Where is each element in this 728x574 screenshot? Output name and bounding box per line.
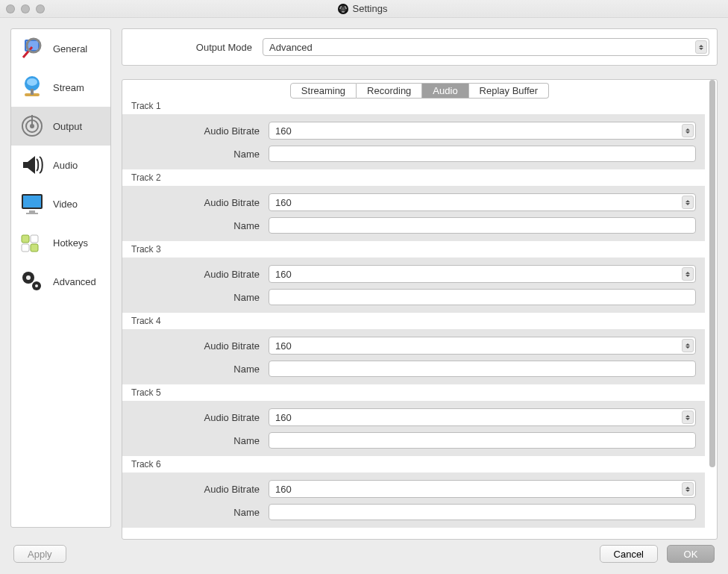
svg-point-4 — [27, 78, 37, 86]
output-tabs: Streaming Recording Audio Replay Buffer — [122, 83, 717, 99]
svg-rect-6 — [31, 89, 34, 95]
zoom-window-button[interactable] — [36, 4, 45, 13]
main-area: Output Mode Advanced Streaming Recording… — [122, 28, 718, 528]
sidebar-item-general[interactable]: General — [11, 29, 110, 68]
track-group: Track 5 Audio Bitrate 160 Name — [122, 386, 705, 456]
tab-recording[interactable]: Recording — [357, 83, 422, 99]
chevron-updown-icon — [682, 411, 694, 424]
output-panel: Streaming Recording Audio Replay Buffer … — [122, 79, 718, 540]
chevron-updown-icon — [695, 40, 707, 54]
track-name-label: Name — [131, 292, 263, 303]
output-mode-value: Advanced — [269, 42, 313, 53]
track-name-label: Name — [131, 435, 263, 446]
tab-audio[interactable]: Audio — [422, 83, 468, 99]
audio-tracks-scroll[interactable]: Track 1 Audio Bitrate 160 Name — [122, 99, 705, 539]
sidebar-item-label: Audio — [53, 160, 78, 171]
sidebar-item-audio[interactable]: Audio — [11, 146, 110, 184]
track-title: Track 2 — [122, 171, 705, 186]
ok-button[interactable]: OK — [667, 545, 715, 563]
svg-rect-12 — [29, 210, 35, 213]
chevron-updown-icon — [682, 124, 694, 137]
audio-bitrate-label: Audio Bitrate — [131, 269, 263, 280]
track-group: Track 6 Audio Bitrate 160 Name — [122, 458, 705, 528]
svg-point-21 — [35, 284, 38, 287]
sidebar-item-output[interactable]: Output — [11, 107, 110, 146]
titlebar: Settings — [0, 0, 728, 18]
hotkeys-icon — [19, 229, 46, 256]
track-group: Track 4 Audio Bitrate 160 Name — [122, 314, 705, 384]
stream-icon — [19, 74, 46, 101]
output-icon — [19, 113, 46, 140]
audio-bitrate-select[interactable]: 160 — [269, 408, 696, 426]
track-name-label: Name — [131, 364, 263, 375]
audio-bitrate-label: Audio Bitrate — [131, 340, 263, 352]
sidebar-item-hotkeys[interactable]: Hotkeys — [11, 223, 110, 262]
video-icon — [19, 190, 46, 217]
chevron-updown-icon — [682, 339, 694, 352]
audio-bitrate-label: Audio Bitrate — [131, 125, 263, 137]
footer: Apply Cancel OK — [0, 538, 728, 574]
audio-bitrate-label: Audio Bitrate — [131, 197, 263, 208]
svg-rect-11 — [23, 196, 41, 208]
tab-streaming[interactable]: Streaming — [290, 83, 357, 99]
svg-rect-14 — [22, 235, 29, 243]
svg-rect-17 — [31, 244, 38, 252]
audio-bitrate-select[interactable]: 160 — [269, 337, 696, 355]
obs-icon — [338, 4, 348, 14]
close-window-button[interactable] — [6, 4, 15, 13]
track-title: Track 6 — [122, 458, 705, 472]
sidebar-item-advanced[interactable]: Advanced — [11, 262, 110, 301]
scrollbar[interactable] — [709, 80, 715, 536]
sidebar-item-label: Video — [53, 199, 78, 210]
track-name-input[interactable] — [269, 146, 696, 162]
output-mode-select[interactable]: Advanced — [263, 38, 709, 56]
audio-icon — [19, 152, 46, 178]
track-name-label: Name — [131, 220, 263, 231]
svg-rect-15 — [31, 235, 38, 243]
cancel-button[interactable]: Cancel — [600, 545, 658, 563]
sidebar-item-label: Hotkeys — [53, 237, 88, 249]
track-group: Track 1 Audio Bitrate 160 Name — [122, 99, 705, 169]
window-title: Settings — [353, 3, 388, 14]
advanced-icon — [19, 268, 46, 295]
audio-bitrate-select[interactable]: 160 — [269, 122, 696, 140]
sidebar-item-label: Stream — [53, 82, 84, 93]
svg-point-20 — [26, 275, 31, 280]
track-title: Track 4 — [122, 314, 705, 329]
chevron-updown-icon — [682, 267, 694, 281]
output-mode-label: Output Mode — [130, 42, 257, 53]
sidebar-item-video[interactable]: Video — [11, 184, 110, 223]
audio-bitrate-select[interactable]: 160 — [269, 480, 696, 498]
scrollbar-thumb[interactable] — [709, 80, 715, 467]
track-name-input[interactable] — [269, 361, 696, 377]
tab-replay-buffer[interactable]: Replay Buffer — [469, 83, 550, 99]
output-mode-row: Output Mode Advanced — [122, 28, 718, 66]
track-name-label: Name — [131, 149, 263, 160]
apply-button[interactable]: Apply — [13, 545, 66, 563]
settings-sidebar: General Stream Output Audio Video Hotkey… — [10, 28, 111, 528]
sidebar-item-label: Advanced — [53, 276, 96, 287]
svg-rect-13 — [26, 213, 38, 214]
chevron-updown-icon — [682, 482, 694, 496]
sidebar-item-label: Output — [53, 121, 82, 132]
audio-bitrate-select[interactable]: 160 — [269, 265, 696, 283]
sidebar-item-stream[interactable]: Stream — [11, 68, 110, 107]
track-name-input[interactable] — [269, 432, 696, 449]
track-title: Track 1 — [122, 99, 705, 114]
track-group: Track 3 Audio Bitrate 160 Name — [122, 243, 705, 313]
minimize-window-button[interactable] — [21, 4, 30, 13]
track-group: Track 2 Audio Bitrate 160 Name — [122, 171, 705, 241]
track-name-input[interactable] — [269, 289, 696, 305]
track-name-input[interactable] — [269, 504, 696, 520]
track-name-input[interactable] — [269, 217, 696, 234]
track-title: Track 5 — [122, 386, 705, 401]
audio-bitrate-select[interactable]: 160 — [269, 193, 696, 211]
audio-bitrate-label: Audio Bitrate — [131, 412, 263, 423]
sidebar-item-label: General — [53, 43, 87, 54]
traffic-lights — [6, 4, 45, 13]
track-name-label: Name — [131, 507, 263, 518]
general-icon — [19, 35, 46, 62]
audio-bitrate-label: Audio Bitrate — [131, 484, 263, 495]
track-title: Track 3 — [122, 243, 705, 258]
svg-rect-16 — [22, 244, 29, 252]
